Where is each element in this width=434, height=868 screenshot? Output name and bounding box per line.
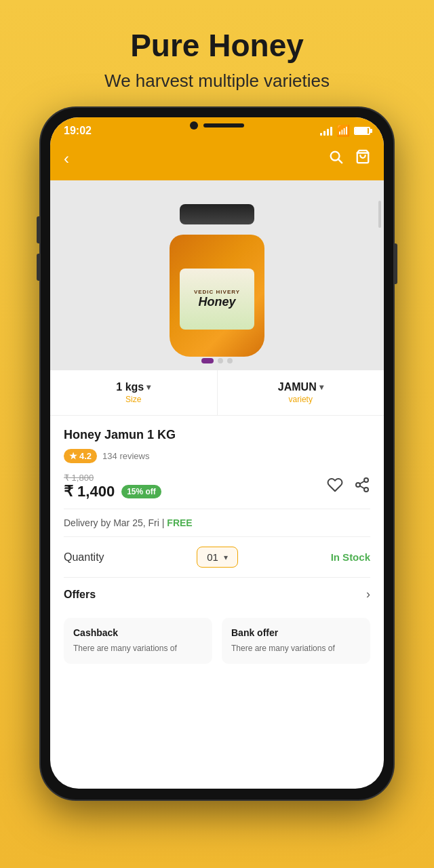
action-icons — [327, 477, 370, 497]
jar-product: Honey — [198, 295, 235, 309]
variety-value: JAMUN ▾ — [229, 381, 374, 393]
speaker-bar — [203, 123, 244, 127]
size-chevron: ▾ — [146, 382, 151, 392]
rating-value: 4.2 — [79, 451, 92, 461]
wifi-icon: 📶 — [336, 124, 350, 137]
discount-badge: 15% off — [121, 485, 161, 498]
product-details: 1 kgs ▾ Size JAMUN ▾ variety Honey Jamun… — [50, 370, 384, 676]
star-icon: ★ — [69, 451, 77, 461]
variety-label: variety — [229, 395, 374, 404]
volume-down-button — [37, 254, 40, 281]
share-icon[interactable] — [354, 477, 370, 497]
quantity-row: Quantity 01 ▾ In Stock — [64, 536, 370, 577]
variety-selector[interactable]: JAMUN ▾ variety — [218, 370, 384, 415]
page-subtitle: We harvest multiple varieties — [104, 71, 330, 92]
size-label: Size — [61, 395, 206, 404]
svg-line-6 — [360, 486, 365, 488]
wishlist-icon[interactable] — [327, 477, 343, 497]
camera-dot — [190, 121, 198, 130]
delivery-row: Delivery by Mar 25, Fri | FREE — [64, 509, 370, 536]
selector-row: 1 kgs ▾ Size JAMUN ▾ variety — [50, 370, 384, 416]
image-dots — [201, 358, 233, 363]
signal-bar-2 — [323, 131, 326, 136]
nav-bar: ‹ — [50, 141, 384, 180]
camera-notch — [190, 121, 244, 130]
offers-arrow: › — [366, 587, 370, 601]
offer-cards: Cashback There are many variations of Ba… — [64, 611, 370, 664]
nav-actions — [328, 149, 370, 168]
original-price: ₹ 1,800 — [64, 473, 161, 483]
size-selector[interactable]: 1 kgs ▾ Size — [50, 370, 218, 415]
cashback-title: Cashback — [73, 627, 203, 638]
svg-line-7 — [360, 481, 365, 484]
offers-row[interactable]: Offers › — [64, 577, 370, 611]
top-text-area: Pure Honey We harvest multiple varieties — [77, 0, 357, 108]
volume-up-button — [37, 216, 40, 243]
product-info: Honey Jamun 1 KG ★ 4.2 134 reviews ₹ 1,8… — [50, 416, 384, 676]
delivery-text: Delivery by Mar 25, Fri | — [64, 517, 164, 528]
product-name: Honey Jamun 1 KG — [64, 428, 370, 442]
signal-icon — [320, 126, 332, 136]
dot-3[interactable] — [227, 358, 233, 363]
quantity-chevron: ▾ — [224, 553, 228, 562]
jar-label: VEDIC HIVERY Honey — [180, 269, 254, 330]
review-count: 134 reviews — [102, 451, 149, 461]
price-group: ₹ 1,800 ₹ 1,400 15% off — [64, 473, 161, 500]
price-row: ₹ 1,800 ₹ 1,400 15% off — [64, 473, 370, 500]
back-button[interactable]: ‹ — [64, 149, 69, 168]
quantity-value: 01 — [207, 551, 218, 563]
phone-frame: 19:02 📶 ‹ — [41, 108, 393, 800]
battery-icon — [354, 127, 370, 135]
product-image-area: VEDIC HIVERY Honey — [50, 180, 384, 370]
battery-fill — [355, 128, 368, 134]
quantity-selector[interactable]: 01 ▾ — [197, 547, 238, 568]
dot-2[interactable] — [218, 358, 223, 363]
jar-lid — [180, 204, 254, 224]
jar-brand: VEDIC HIVERY — [194, 289, 240, 295]
stock-status: In Stock — [331, 551, 370, 563]
cashback-text: There are many variations of — [73, 642, 203, 654]
bank-offer-text: There are many variations of — [231, 642, 361, 654]
current-price-row: ₹ 1,400 15% off — [64, 483, 161, 500]
status-icons: 📶 — [320, 124, 370, 137]
jar-body: VEDIC HIVERY Honey — [170, 235, 264, 357]
bank-offer-title: Bank offer — [231, 627, 361, 638]
delivery-free: FREE — [167, 517, 192, 528]
offer-card-cashback[interactable]: Cashback There are many variations of — [64, 618, 212, 664]
product-image: VEDIC HIVERY Honey — [156, 194, 278, 357]
size-value: 1 kgs ▾ — [61, 381, 206, 393]
variety-chevron: ▾ — [319, 382, 323, 392]
signal-bar-3 — [327, 129, 329, 136]
offer-card-bank[interactable]: Bank offer There are many variations of — [222, 618, 370, 664]
rating-row: ★ 4.2 134 reviews — [64, 449, 370, 463]
signal-bar-4 — [330, 127, 332, 136]
rating-badge: ★ 4.2 — [64, 449, 97, 463]
svg-line-1 — [338, 159, 342, 163]
offers-label: Offers — [64, 589, 96, 601]
dot-1[interactable] — [201, 358, 214, 363]
signal-bar-1 — [320, 133, 322, 136]
page-title: Pure Honey — [104, 27, 330, 64]
status-time: 19:02 — [64, 125, 92, 137]
quantity-label: Quantity — [64, 551, 104, 564]
current-price: ₹ 1,400 — [64, 483, 115, 500]
power-button — [394, 243, 397, 284]
cart-icon[interactable] — [355, 149, 370, 168]
scroll-bar — [378, 201, 381, 228]
search-icon[interactable] — [328, 149, 343, 168]
phone-screen: 19:02 📶 ‹ — [50, 117, 384, 789]
